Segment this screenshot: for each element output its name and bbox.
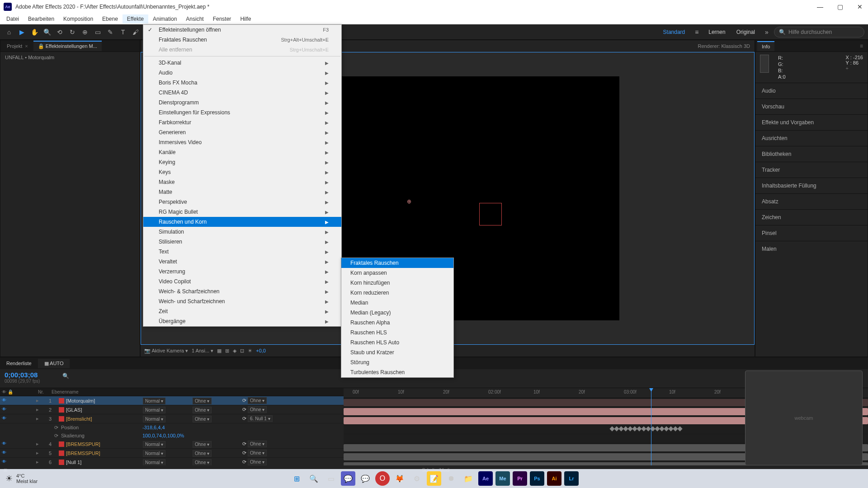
menu-cat[interactable]: 3D-Kanal▶: [143, 58, 341, 68]
help-search[interactable]: 🔍 Hilfe durchsuchen: [774, 27, 864, 38]
menu-cat[interactable]: CINEMA 4D▶: [143, 88, 341, 98]
menu-cat[interactable]: Kanäle▶: [143, 147, 341, 157]
anchor-tool-icon[interactable]: ⊕: [80, 27, 90, 38]
menu-cat[interactable]: Zeit▶: [143, 306, 341, 316]
ai-taskbar-icon[interactable]: Ai: [547, 471, 561, 486]
opera-icon[interactable]: O: [375, 471, 390, 486]
submenu-item[interactable]: Störung: [341, 357, 453, 367]
panel-audio[interactable]: Audio: [755, 83, 868, 99]
search-taskbar-icon[interactable]: 🔍: [307, 471, 321, 486]
menu-cat[interactable]: Audio▶: [143, 68, 341, 78]
menu-cat[interactable]: Matte▶: [143, 187, 341, 197]
ae-taskbar-icon[interactable]: Ae: [478, 471, 493, 486]
menu-cat[interactable]: Keying▶: [143, 157, 341, 167]
obs-icon[interactable]: ⏺: [444, 471, 458, 486]
start-button[interactable]: ⊞: [289, 471, 304, 486]
renderer-value[interactable]: Klassisch 3D: [721, 43, 750, 49]
explorer-icon[interactable]: 📁: [461, 471, 476, 486]
ps-taskbar-icon[interactable]: Ps: [530, 471, 544, 486]
property-row[interactable]: ⟳Position-318,6,4,4: [0, 423, 344, 432]
menu-cat[interactable]: Farbkorrektur▶: [143, 117, 341, 127]
home-icon[interactable]: ⌂: [4, 27, 14, 38]
panel-effekte-und-vorgaben[interactable]: Effekte und Vorgaben: [755, 114, 868, 130]
submenu-item[interactable]: Rauschen HLS: [341, 328, 453, 338]
playhead[interactable]: [651, 388, 651, 465]
menu-cat[interactable]: RG Magic Bullet▶: [143, 207, 341, 217]
pen-tool-icon[interactable]: ✎: [105, 27, 116, 38]
rotate-tool-icon[interactable]: ↻: [67, 27, 78, 38]
menu-ansicht[interactable]: Ansicht: [181, 14, 208, 23]
text-tool-icon[interactable]: T: [118, 27, 128, 38]
panel-bibliotheken[interactable]: Bibliotheken: [755, 146, 868, 162]
maximize-button[interactable]: ▢: [835, 2, 844, 11]
property-row[interactable]: ⟳Skalierung100,0,74,0,100,0%: [0, 432, 344, 440]
submenu-item[interactable]: Median (Legacy): [341, 308, 453, 318]
submenu-item[interactable]: Fraktales Rauschen: [341, 258, 453, 268]
vc-icon5[interactable]: ☀: [248, 348, 252, 354]
menu-cat[interactable]: Rauschen und Korn▶: [143, 217, 341, 227]
timecode[interactable]: 0;00;03;08: [5, 371, 54, 379]
layer-row[interactable]: 👁▸5[BREMSSPUR]Normal ▾Ohne ▾⟳ Ohne ▾: [0, 449, 344, 458]
menu-cat[interactable]: Text▶: [143, 247, 341, 257]
tab-effekt[interactable]: 🔒 Effekteinstellungen M...: [33, 41, 102, 51]
selection-tool-icon[interactable]: ▶: [16, 27, 27, 38]
tab-renderliste[interactable]: Renderliste: [0, 359, 38, 368]
menu-item[interactable]: Fraktales RauschenStrg+Alt+Umschalt+E: [143, 35, 341, 45]
workspace-standard[interactable]: Standard: [659, 27, 690, 37]
layer-row[interactable]: 👁▸2[GLAS]Normal ▾Ohne ▾⟳ Ohne ▾: [0, 405, 344, 414]
camera-select[interactable]: 📷 Aktive Kamera ▾: [144, 348, 188, 354]
menu-ebene[interactable]: Ebene: [98, 14, 123, 23]
taskview-icon[interactable]: ▭: [324, 471, 338, 486]
panel-inhaltsbasierte-füllung[interactable]: Inhaltsbasierte Füllung: [755, 178, 868, 193]
app-icon-2[interactable]: 📝: [427, 471, 441, 486]
vc-icon1[interactable]: ▦: [217, 348, 222, 354]
brush-tool-icon[interactable]: 🖌: [130, 27, 141, 38]
menu-item[interactable]: ✓Effekteinstellungen öffnenF3: [143, 25, 341, 35]
workspace-lernen[interactable]: Lernen: [704, 27, 730, 37]
workspace-original[interactable]: Original: [732, 27, 760, 37]
menu-komposition[interactable]: Komposition: [59, 14, 98, 23]
weather-widget[interactable]: ☀ 4°CMeist klar: [5, 473, 38, 484]
vc-icon2[interactable]: ⊞: [225, 348, 229, 354]
tab-projekt[interactable]: Projekt×: [2, 42, 33, 51]
submenu-item[interactable]: Korn anpassen: [341, 268, 453, 278]
submenu-item[interactable]: Korn hinzufügen: [341, 278, 453, 288]
menu-cat[interactable]: Perspektive▶: [143, 197, 341, 207]
menu-cat[interactable]: Übergänge▶: [143, 316, 341, 326]
panel-pinsel[interactable]: Pinsel: [755, 225, 868, 241]
submenu-item[interactable]: Median: [341, 298, 453, 308]
vc-icon3[interactable]: ◈: [233, 348, 236, 354]
whatsapp-icon[interactable]: 💬: [358, 471, 373, 486]
menu-cat[interactable]: Dienstprogramm▶: [143, 98, 341, 108]
layer-row[interactable]: 👁▸1[Motorqualm]Normal ▾Ohne ▾⟳ Ohne ▾: [0, 396, 344, 405]
firefox-icon[interactable]: 🦊: [392, 471, 407, 486]
zoom-tool-icon[interactable]: 🔍: [42, 27, 52, 38]
menu-cat[interactable]: Simulation▶: [143, 227, 341, 237]
vc-icon4[interactable]: ⊡: [240, 348, 244, 354]
menu-cat[interactable]: Weich- & Scharfzeichnen▶: [143, 286, 341, 296]
menu-datei[interactable]: Datei: [2, 14, 24, 23]
panel-vorschau[interactable]: Vorschau: [755, 99, 868, 114]
menu-animation[interactable]: Animation: [148, 14, 181, 23]
menu-fenster[interactable]: Fenster: [208, 14, 236, 23]
menu-cat[interactable]: Immersives Video▶: [143, 137, 341, 147]
submenu-item[interactable]: Rauschen HLS Auto: [341, 338, 453, 347]
teams-icon[interactable]: 💬: [341, 471, 355, 486]
panel-malen[interactable]: Malen: [755, 241, 868, 257]
submenu-item[interactable]: Staub und Kratzer: [341, 347, 453, 357]
me-taskbar-icon[interactable]: Me: [495, 471, 510, 486]
menu-cat[interactable]: Keys▶: [143, 167, 341, 177]
app-icon[interactable]: ⚙: [410, 471, 424, 486]
menu-cat[interactable]: Verzerrung▶: [143, 267, 341, 277]
menu-cat[interactable]: Video Copilot▶: [143, 277, 341, 286]
menu-cat[interactable]: Generieren▶: [143, 127, 341, 137]
menu-cat[interactable]: Weich- und Scharfzeichnen▶: [143, 296, 341, 306]
menu-cat[interactable]: Einstellungen für Expressions▶: [143, 108, 341, 117]
menu-cat[interactable]: Maske▶: [143, 177, 341, 187]
submenu-item[interactable]: Rauschen Alpha: [341, 318, 453, 328]
pr-taskbar-icon[interactable]: Pr: [513, 471, 527, 486]
menu-cat[interactable]: Stilisieren▶: [143, 237, 341, 247]
panel-absatz[interactable]: Absatz: [755, 193, 868, 209]
panel-ausrichten[interactable]: Ausrichten: [755, 130, 868, 146]
exposure-value[interactable]: +0,0: [256, 348, 266, 353]
